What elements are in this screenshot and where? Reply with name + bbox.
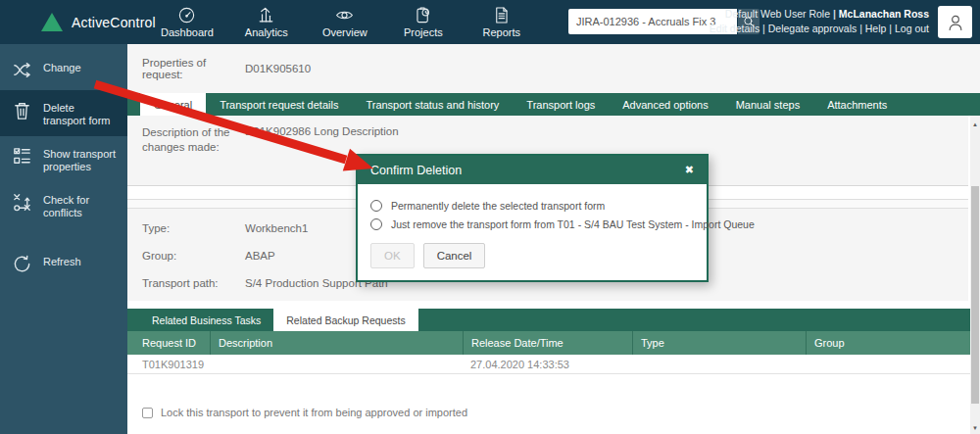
dialog-header: Confirm Deletion ✖	[358, 156, 707, 184]
column-header-type[interactable]: Type	[632, 331, 806, 355]
sidebar-item-label: Change	[43, 59, 120, 74]
analytics-icon	[257, 6, 275, 24]
table-header-row: Request ID Description Release Date/Time…	[127, 331, 970, 355]
sidebar-item-check-for-conflicts[interactable]: Check for conflicts	[0, 182, 127, 228]
nav-item-reports[interactable]: Reports	[476, 6, 527, 38]
nav-label: Analytics	[245, 26, 288, 38]
tab-manual-steps[interactable]: Manual steps	[722, 93, 813, 116]
nav-label: Dashboard	[161, 26, 214, 38]
field-value: Workbench1	[245, 222, 308, 234]
nav-item-overview[interactable]: Overview	[319, 6, 370, 38]
column-header-request-id[interactable]: Request ID	[127, 331, 210, 355]
lock-transport-row: Lock this transport to prevent it from b…	[127, 407, 980, 418]
tab-transport-status-and-history[interactable]: Transport status and history	[352, 93, 513, 116]
user-name: McLanachan Ross	[830, 8, 929, 20]
projects-icon	[414, 6, 432, 24]
radio-label: Permanently delete the selected transpor…	[391, 200, 605, 212]
field-label: Transport path:	[142, 277, 245, 289]
tab-general[interactable]: General	[140, 93, 206, 116]
tab-transport-logs[interactable]: Transport logs	[513, 93, 609, 116]
tab-attachments[interactable]: Attachments	[813, 93, 901, 116]
reports-icon	[492, 6, 511, 24]
sidebar-item-delete-transport-form[interactable]: Delete transport form	[0, 90, 127, 136]
avatar[interactable]	[938, 6, 972, 38]
tab-advanced-options[interactable]: Advanced options	[609, 93, 721, 116]
column-header-release-date-time[interactable]: Release Date/Time	[463, 331, 632, 355]
radio-button-icon[interactable]	[370, 218, 382, 230]
sidebar-item-label: Check for conflicts	[43, 191, 120, 219]
user-role-line: Default Web User RoleMcLanachan Ross	[710, 7, 929, 22]
activecontrol-app: ActiveControl Dashboard Analytics Overvi…	[0, 0, 980, 434]
user-block: Default Web User RoleMcLanachan Ross Edi…	[710, 7, 929, 36]
sidebar: Change Delete transport form Show transp…	[0, 44, 127, 434]
nav-label: Projects	[404, 26, 443, 38]
delegate-approvals-link[interactable]: Delegate approvals	[760, 23, 857, 34]
dialog-title: Confirm Deletion	[370, 164, 462, 177]
nav-item-dashboard[interactable]: Dashboard	[161, 6, 214, 38]
logout-link[interactable]: Log out	[886, 23, 929, 34]
scrollbar-thumb[interactable]	[971, 186, 979, 404]
column-header-description[interactable]: Description	[210, 331, 463, 355]
nav-item-analytics[interactable]: Analytics	[241, 6, 292, 38]
column-header-group[interactable]: Group	[806, 331, 970, 355]
conflicts-icon	[11, 191, 33, 214]
sidebar-item-change[interactable]: Change	[0, 50, 127, 90]
change-icon	[11, 59, 33, 81]
table-row[interactable]: T01K901319 27.04.2020 14:33:53	[127, 355, 970, 374]
radio-permanently-delete[interactable]: Permanently delete the selected transpor…	[370, 200, 694, 212]
dialog-body: Permanently delete the selected transpor…	[358, 184, 707, 280]
radio-just-remove[interactable]: Just remove the transport form from T01 …	[370, 218, 694, 230]
properties-icon	[11, 145, 33, 168]
user-links: Edit detailsDelegate approvalsHelpLog ou…	[710, 22, 929, 36]
radio-button-icon[interactable]	[370, 200, 382, 212]
top-nav: Dashboard Analytics Overview Projects Re…	[161, 6, 527, 38]
top-header: ActiveControl Dashboard Analytics Overvi…	[0, 0, 980, 44]
cell-release-date-time: 27.04.2020 14:33:53	[463, 359, 632, 370]
sidebar-item-label: Delete transport form	[43, 99, 120, 127]
sidebar-item-label: Show transport properties	[43, 145, 120, 173]
sidebar-item-refresh[interactable]: Refresh	[0, 244, 127, 284]
nav-item-projects[interactable]: Projects	[398, 6, 449, 38]
activecontrol-triangle-icon	[41, 13, 63, 31]
field-label: Group:	[142, 250, 245, 262]
lock-transport-label: Lock this transport to prevent it from b…	[161, 407, 467, 418]
tab-related-backup-requests[interactable]: Related Backup Requests	[273, 309, 417, 331]
cell-request-id: T01K901319	[127, 359, 210, 370]
vertical-scrollbar[interactable]: ▲ ▼	[970, 116, 980, 434]
dialog-buttons: OK Cancel	[370, 243, 694, 268]
field-value: ABAP	[245, 250, 275, 262]
cancel-button[interactable]: Cancel	[423, 243, 486, 268]
user-role: Default Web User Role	[725, 8, 830, 20]
brand-logo[interactable]: ActiveControl	[0, 13, 155, 31]
related-tabbar: Related Business Tasks Related Backup Re…	[127, 309, 970, 331]
request-id-value: D01K905610	[245, 63, 311, 74]
ok-button[interactable]: OK	[370, 243, 415, 268]
confirm-deletion-dialog: Confirm Deletion ✖ Permanently delete th…	[356, 154, 709, 282]
tab-related-business-tasks[interactable]: Related Business Tasks	[139, 309, 273, 331]
lock-transport-checkbox[interactable]	[142, 408, 153, 418]
person-icon	[946, 13, 965, 32]
backup-requests-table: Request ID Description Release Date/Time…	[127, 331, 970, 374]
brand-name: ActiveControl	[72, 15, 156, 30]
sidebar-item-show-transport-properties[interactable]: Show transport properties	[0, 136, 127, 182]
sidebar-item-label: Refresh	[43, 253, 120, 268]
description-label: Description of the changes made:	[142, 125, 245, 185]
nav-label: Overview	[322, 26, 368, 38]
nav-label: Reports	[483, 26, 521, 38]
tab-transport-request-details[interactable]: Transport request details	[206, 93, 352, 116]
dashboard-icon	[177, 6, 196, 24]
scroll-up-icon[interactable]: ▲	[970, 121, 980, 127]
refresh-icon	[11, 253, 33, 275]
trash-icon	[11, 99, 33, 121]
detail-tabbar: General Transport request details Transp…	[127, 93, 980, 116]
overview-icon	[335, 6, 354, 24]
radio-label: Just remove the transport form from T01 …	[391, 218, 755, 230]
help-link[interactable]: Help	[857, 23, 886, 34]
scroll-down-icon[interactable]: ▼	[970, 425, 980, 431]
properties-bar: Properties of request: D01K905610	[127, 44, 980, 93]
close-icon[interactable]: ✖	[685, 164, 694, 176]
field-label: Type:	[142, 222, 245, 234]
properties-label: Properties of request:	[142, 57, 245, 80]
edit-details-link[interactable]: Edit details	[710, 23, 760, 34]
